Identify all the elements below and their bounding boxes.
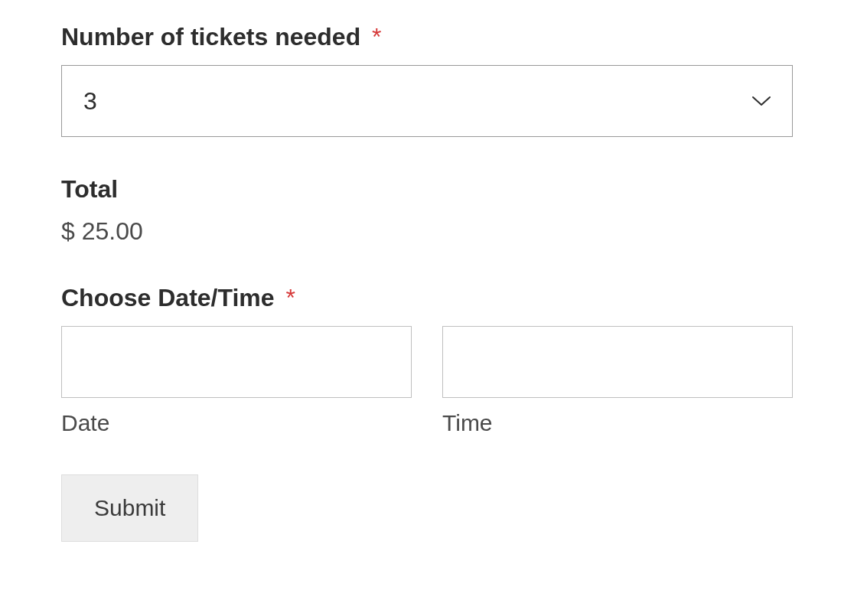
datetime-label-text: Choose Date/Time (61, 284, 275, 311)
tickets-label-text: Number of tickets needed (61, 23, 360, 51)
total-label: Total (61, 175, 793, 204)
datetime-row: Date Time (61, 326, 793, 436)
tickets-select-wrapper: 3 (61, 65, 793, 137)
total-value: $ 25.00 (61, 217, 793, 246)
date-input[interactable] (61, 326, 412, 398)
tickets-field-group: Number of tickets needed * 3 (61, 23, 793, 137)
ticket-form: Number of tickets needed * 3 Total $ 25.… (61, 23, 793, 542)
required-asterisk: * (285, 284, 295, 311)
datetime-field-group: Choose Date/Time * Date Time (61, 284, 793, 436)
total-group: Total $ 25.00 (61, 175, 793, 246)
tickets-select[interactable]: 3 (61, 65, 793, 137)
time-column: Time (442, 326, 793, 436)
tickets-label: Number of tickets needed * (61, 23, 793, 51)
date-column: Date (61, 326, 412, 436)
time-sub-label: Time (442, 410, 793, 436)
submit-button[interactable]: Submit (61, 474, 198, 542)
datetime-label: Choose Date/Time * (61, 284, 793, 312)
required-asterisk: * (372, 23, 381, 51)
date-sub-label: Date (61, 410, 412, 436)
time-input[interactable] (442, 326, 793, 398)
